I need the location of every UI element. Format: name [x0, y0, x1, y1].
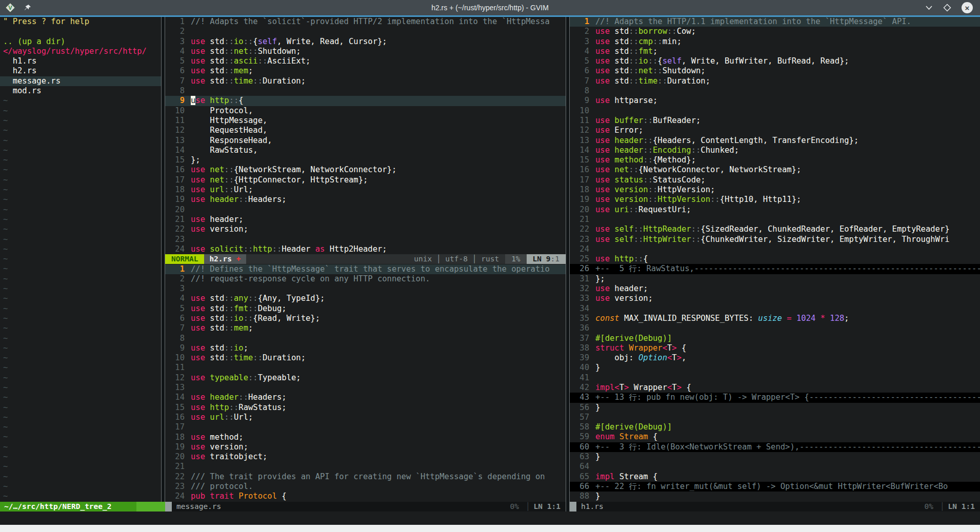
command-line[interactable] — [0, 511, 980, 525]
code-line[interactable]: 34 — [570, 304, 980, 314]
code-line[interactable]: 8 — [165, 86, 566, 96]
code-line[interactable]: 11 HttpMessage, — [165, 116, 566, 126]
code-line[interactable]: 37#[derive(Debug)] — [570, 334, 980, 343]
code-line[interactable]: 9use std::io; — [165, 343, 566, 353]
code-line[interactable]: 14use header::Encoding::Chunked; — [570, 146, 980, 155]
code-line[interactable]: 4use std::net::Shutdown; — [165, 47, 566, 56]
code-line[interactable]: 32use header; — [570, 284, 980, 294]
code-line[interactable]: 18use method; — [165, 433, 566, 442]
code-line[interactable]: 23/// protocol. — [165, 482, 566, 492]
code-line[interactable]: 2//! request-response cycle on any HTTP … — [165, 274, 566, 284]
code-line[interactable]: 24 — [570, 244, 980, 254]
code-line[interactable]: 2use std::borrow::Cow; — [570, 27, 980, 36]
code-line[interactable]: 15use method::{Method}; — [570, 155, 980, 165]
code-line[interactable]: 17use net::{HttpConnector, HttpStream}; — [165, 175, 566, 185]
code-line[interactable]: 7use std::time::Duration; — [165, 76, 566, 86]
code-line[interactable]: 8 — [570, 86, 980, 96]
code-line[interactable]: 43+-- 13 行: pub fn new(obj: T) -> Wrappe… — [570, 393, 980, 402]
code-line[interactable]: 11 — [165, 363, 566, 373]
close-button[interactable]: × — [962, 2, 973, 13]
code-line[interactable]: 16use net::{NetworkConnector, NetworkStr… — [570, 165, 980, 175]
code-line[interactable]: 12use Error; — [570, 126, 980, 135]
code-line[interactable]: 10use std::time::Duration; — [165, 353, 566, 363]
code-line[interactable]: 3use std::cmp::min; — [570, 37, 980, 47]
code-line[interactable]: 63} — [570, 452, 980, 462]
code-line[interactable]: 19use version::HttpVersion::{Http10, Htt… — [570, 195, 980, 204]
code-line[interactable]: 57 — [570, 413, 980, 422]
code-line[interactable]: 17 — [165, 422, 566, 432]
code-line[interactable]: 23 — [165, 235, 566, 244]
code-line[interactable]: 18use version::HttpVersion; — [570, 185, 980, 195]
tree-help-line[interactable]: " Press ? for help — [0, 17, 161, 27]
code-line[interactable]: 7use std::mem; — [165, 323, 566, 333]
tree-up-dir[interactable]: .. (up a dir) — [0, 37, 161, 47]
code-line[interactable]: 24use solicit::http::Header as Http2Head… — [165, 244, 566, 254]
code-line[interactable]: 21 — [570, 215, 980, 224]
code-line[interactable]: 8 — [165, 334, 566, 343]
code-line[interactable]: 22use self::HttpReader::{SizedReader, Ch… — [570, 224, 980, 234]
code-line[interactable]: 60+-- 3 行: Idle(Box<NetworkStream + Send… — [570, 442, 980, 452]
code-line[interactable]: 20 — [165, 205, 566, 215]
code-line[interactable]: 42impl<T> Wrapper<T> { — [570, 383, 980, 393]
code-line[interactable]: 39 obj: Option<T>, — [570, 353, 980, 363]
code-line[interactable]: 40} — [570, 363, 980, 373]
code-line[interactable]: 16use net::{NetworkStream, NetworkConnec… — [165, 165, 566, 175]
code-line[interactable]: 14use header::Headers; — [165, 393, 566, 402]
code-line[interactable]: 20use uri::RequestUri; — [570, 205, 980, 215]
tree-item-message-rs[interactable]: message.rs — [0, 76, 161, 86]
code-line[interactable]: 36 — [570, 323, 980, 333]
code-line[interactable]: 41 — [570, 373, 980, 383]
code-line[interactable]: 88} — [570, 492, 980, 501]
code-line[interactable]: 21use header; — [165, 215, 566, 224]
code-line[interactable]: 13use header::{Headers, ContentLength, T… — [570, 136, 980, 146]
code-line[interactable]: 11use buffer::BufReader; — [570, 116, 980, 126]
code-line[interactable]: 25use http::{ — [570, 254, 980, 264]
tree-root-path[interactable]: </wayslog/rust/hyper/src/http/ — [0, 47, 161, 56]
code-line[interactable]: 10 Protocol, — [165, 106, 566, 116]
code-line[interactable]: 1//! Adapts the `solicit`-provided HTTP/… — [165, 17, 566, 27]
code-line[interactable]: 5use std::io::{self, Write, BufWriter, B… — [570, 56, 980, 66]
code-line[interactable]: 38struct Wrapper<T> { — [570, 343, 980, 353]
code-line[interactable]: 31}; — [570, 274, 980, 284]
code-line[interactable]: 9use httparse; — [570, 96, 980, 106]
tree-item-h1-rs[interactable]: h1.rs — [0, 56, 161, 66]
editor-pane-h2[interactable]: 1//! Adapts the `solicit`-provided HTTP/… — [165, 17, 566, 254]
editor-pane-h1[interactable]: 1//! Adapts the HTTP/1.1 implementation … — [570, 17, 980, 502]
code-line[interactable]: 26+-- 5 行: RawStatus,-------------------… — [570, 264, 980, 274]
pane-divider[interactable] — [161, 17, 165, 511]
code-line[interactable]: 21 — [165, 462, 566, 472]
code-line[interactable]: 16use url::Url; — [165, 413, 566, 422]
code-line[interactable]: 4use std::fmt; — [570, 47, 980, 56]
code-line[interactable]: 22/// The trait provides an API for crea… — [165, 472, 566, 482]
code-line[interactable]: 7use std::time::Duration; — [570, 76, 980, 86]
code-line[interactable]: 35const MAX_INVALID_RESPONSE_BYTES: usiz… — [570, 314, 980, 323]
nerdtree-panel[interactable]: " Press ? for help.. (up a dir)</wayslog… — [0, 17, 161, 502]
minimize-chevron-icon[interactable] — [925, 5, 933, 10]
pin-icon[interactable] — [24, 4, 31, 12]
code-line[interactable]: 22use version; — [165, 224, 566, 234]
code-line[interactable]: 33use version; — [570, 294, 980, 303]
code-line[interactable]: 20use traitobject; — [165, 452, 566, 462]
code-line[interactable]: 19use header::Headers; — [165, 195, 566, 204]
code-line[interactable]: 12 RequestHead, — [165, 126, 566, 135]
code-line[interactable]: 1//! Defines the `HttpMessage` trait tha… — [165, 264, 566, 274]
code-line[interactable]: 4use std::any::{Any, TypeId}; — [165, 294, 566, 303]
code-line[interactable]: 10 — [570, 106, 980, 116]
code-line[interactable]: 13 ResponseHead, — [165, 136, 566, 146]
code-line[interactable]: 66+-- 22 行: fn writer_mut(&mut self) -> … — [570, 482, 980, 492]
code-line[interactable]: 17use status::StatusCode; — [570, 175, 980, 185]
code-line[interactable]: 14 RawStatus, — [165, 146, 566, 155]
code-line[interactable]: 56} — [570, 403, 980, 413]
tree-item-mod-rs[interactable]: mod.rs — [0, 86, 161, 96]
code-line[interactable]: 3use std::io::{self, Write, Read, Cursor… — [165, 37, 566, 47]
editor-pane-message[interactable]: 1//! Defines the `HttpMessage` trait tha… — [165, 264, 566, 502]
code-line[interactable]: 24pub trait Protocol { — [165, 492, 566, 501]
code-line[interactable]: 65impl Stream { — [570, 472, 980, 482]
code-line[interactable]: 15use http::RawStatus; — [165, 403, 566, 413]
code-line[interactable]: 2 — [165, 27, 566, 36]
code-line[interactable]: 58#[derive(Debug)] — [570, 422, 980, 432]
code-line[interactable]: 6use std::net::Shutdown; — [570, 66, 980, 76]
code-line[interactable]: 1//! Adapts the HTTP/1.1 implementation … — [570, 17, 980, 27]
code-line[interactable]: 23use self::HttpWriter::{ChunkedWriter, … — [570, 235, 980, 244]
pane-divider[interactable] — [566, 17, 570, 511]
